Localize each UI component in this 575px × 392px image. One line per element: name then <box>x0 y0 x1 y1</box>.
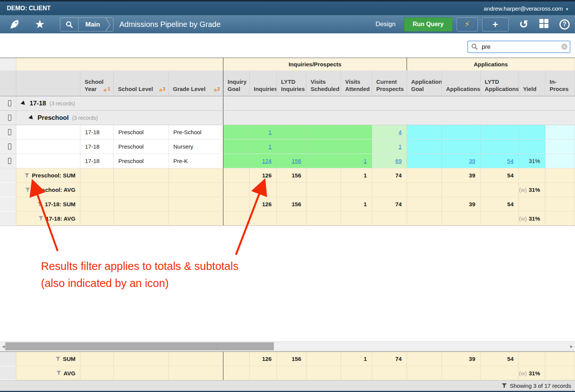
header-grade-level[interactable]: Grade Level »2 <box>169 71 223 96</box>
sort-desc-icon: » <box>104 89 107 92</box>
header-school-level[interactable]: School Level »3 <box>114 71 169 96</box>
row-checkbox-cell <box>0 96 16 110</box>
filter-icon <box>25 188 30 192</box>
subtotal-row-preschool-avg: Preschool: AVG (w)31% <box>0 183 575 197</box>
header-yield[interactable]: Yield <box>519 71 545 96</box>
cell-applications: 39 <box>442 154 481 168</box>
sort-indicator-desc: »1 <box>104 86 110 93</box>
cell-lytd-applications: 54 <box>481 154 519 168</box>
prospects-link[interactable]: 1 <box>399 143 402 150</box>
prospects-link[interactable]: 4 <box>399 129 402 135</box>
add-button[interactable]: + <box>482 17 509 31</box>
cell-visits-attended <box>341 140 372 154</box>
subtotal-yield: (w)31% <box>519 183 545 197</box>
column-header-row: School Year »1 School Level »3 Grade Lev… <box>0 71 575 96</box>
cell-yield: 31% <box>519 154 545 168</box>
cell-grade-level: Nursery <box>169 140 223 154</box>
header-current-prospects[interactable]: Current Prospects <box>372 71 407 96</box>
column-group-band: Inquiries/Prospects Applications <box>0 58 575 71</box>
table-row: 17-18 Preschool Nursery 1 1 <box>0 140 575 154</box>
rocket-icon[interactable] <box>8 19 20 30</box>
band-corner-cell <box>0 58 16 71</box>
header-lytd-applications[interactable]: LYTD Applications <box>481 71 519 96</box>
cell-blank <box>16 140 80 154</box>
cell-inquiries: 1 <box>250 125 277 140</box>
total-row-avg: AVG (w)31% <box>0 366 575 381</box>
subtotal-label-cell: Preschool: AVG <box>16 183 80 197</box>
group-row-spacer <box>223 111 575 125</box>
record-count: Showing 3 of 17 records <box>510 383 571 389</box>
run-query-button[interactable]: Run Query <box>404 17 452 31</box>
filter-icon <box>38 202 42 207</box>
header-school-year[interactable]: School Year »1 <box>80 71 114 96</box>
row-checkbox[interactable] <box>8 143 11 150</box>
apps-grid-icon[interactable] <box>539 19 549 30</box>
group-row-preschool[interactable]: Preschool (3 records) <box>0 111 575 125</box>
header-inquiry-goal[interactable]: Inquiry Goal <box>223 71 250 96</box>
total-lytd-applications: 54 <box>481 352 519 366</box>
breadcrumb-chevron-icon <box>105 18 111 31</box>
scroll-right-icon[interactable]: ► <box>569 344 574 349</box>
status-bar: Showing 3 of 17 records <box>0 380 575 391</box>
user-email: andrew.harper@veracross.com <box>484 5 563 12</box>
row-checkbox[interactable] <box>8 158 11 164</box>
applications-link[interactable]: 39 <box>469 158 475 164</box>
breadcrumb-main[interactable]: Main <box>79 21 105 28</box>
horizontal-scrollbar[interactable]: ◄ ► <box>0 341 575 351</box>
header-lytd-inquiries[interactable]: LYTD Inquiries <box>277 71 306 96</box>
header-inquiries[interactable]: Inquiries <box>250 71 277 96</box>
cell-school-level: Preschool <box>114 154 169 168</box>
quick-run-button[interactable]: ⚡ <box>457 17 478 31</box>
row-checkbox[interactable] <box>8 114 11 121</box>
group-row-17-18[interactable]: 17-18 (3 records) <box>0 96 575 111</box>
history-icon[interactable]: ↺ <box>519 19 528 30</box>
design-link[interactable]: Design <box>375 20 396 28</box>
sort-asc-icon: » <box>213 89 217 92</box>
cell-inquiries: 1 <box>250 140 277 154</box>
cell-visits-attended <box>341 125 372 140</box>
inquiries-link[interactable]: 1 <box>269 143 272 150</box>
header-visits-scheduled[interactable]: Visits Scheduled <box>306 71 341 96</box>
clear-search-icon[interactable]: × <box>561 44 567 50</box>
row-checkbox-cell <box>0 125 16 140</box>
cell-school-year: 17-18 <box>80 154 114 168</box>
cell-inquiry-goal <box>223 125 250 140</box>
subtotal-row-preschool-sum: Preschool: SUM 126 156 1 74 39 54 <box>0 168 575 183</box>
row-checkbox[interactable] <box>8 129 11 135</box>
filter-icon <box>56 357 60 361</box>
cell-grade-level: Pre-K <box>169 154 223 168</box>
inquiries-link[interactable]: 124 <box>262 158 272 164</box>
row-checkbox[interactable] <box>8 100 11 107</box>
search-nav-icon[interactable] <box>60 18 79 31</box>
header-visits-attended[interactable]: Visits Attended <box>341 71 372 96</box>
subtotal-yield: (w)31% <box>519 212 545 226</box>
collapse-triangle-icon[interactable] <box>28 115 35 121</box>
lytd-applications-link[interactable]: 54 <box>507 158 514 164</box>
row-gutter-cell <box>0 197 16 212</box>
cell-application-goal <box>407 140 442 154</box>
cell-applications <box>442 125 481 140</box>
inquiries-link[interactable]: 1 <box>269 129 272 135</box>
subtotal-row-1718-sum: 17-18: SUM 126 156 1 74 39 54 <box>0 197 575 212</box>
cell-lytd-applications <box>481 125 519 140</box>
collapse-triangle-icon[interactable] <box>20 100 27 107</box>
lytd-inquiries-link[interactable]: 156 <box>292 158 301 164</box>
header-applications[interactable]: Applications <box>442 71 481 96</box>
subtotal-visits-attended: 1 <box>341 197 372 212</box>
user-menu[interactable]: andrew.harper@veracross.com▾ <box>484 5 568 12</box>
header-application-goal[interactable]: Application Goal <box>407 71 442 96</box>
annotation-text: Results filter applies to totals & subto… <box>41 258 239 292</box>
header-in-process[interactable]: In-Proces <box>545 71 575 96</box>
cell-lytd-inquiries <box>277 125 306 140</box>
cell-blank <box>16 125 80 140</box>
lightning-icon: ⚡ <box>464 20 470 29</box>
help-icon[interactable]: ? <box>559 19 570 30</box>
band-frozen-cell <box>16 58 223 71</box>
total-row-sum: SUM 126 156 1 74 39 54 <box>0 352 575 366</box>
row-gutter-cell <box>0 366 16 380</box>
results-filter-input[interactable] <box>467 41 570 53</box>
visits-attended-link[interactable]: 1 <box>364 158 367 164</box>
favorites-star-icon[interactable]: ★ <box>34 19 46 30</box>
scrollbar-thumb[interactable] <box>5 342 274 350</box>
prospects-link[interactable]: 69 <box>395 158 402 164</box>
